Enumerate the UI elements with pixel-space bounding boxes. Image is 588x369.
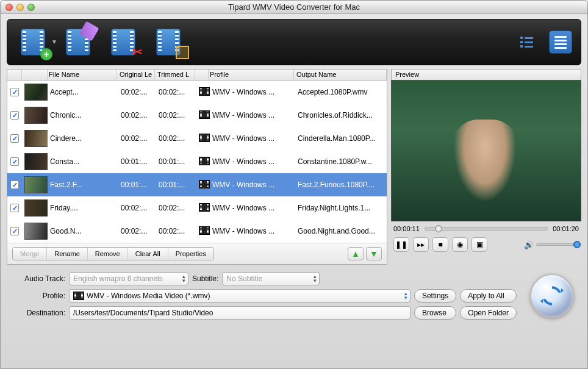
table-header: File Name Original Le Trimmed L Profile …	[7, 70, 387, 81]
table-row[interactable]: ✓Consta...00:01:...00:01:...WMV - Window…	[7, 150, 387, 173]
row-checkbox[interactable]: ✓	[10, 227, 19, 235]
film-icon	[199, 180, 210, 188]
cell-original: 00:02:...	[118, 110, 156, 121]
row-checkbox[interactable]: ✓	[10, 204, 19, 212]
table-row[interactable]: ✓Good.N...00:02:...00:02:...WMV - Window…	[7, 220, 387, 243]
cell-output: Chronicles.of.Riddick...	[295, 110, 387, 121]
browse-button[interactable]: Browse	[414, 306, 456, 320]
cell-original: 00:02:...	[118, 87, 156, 98]
col-profile[interactable]: Profile	[195, 70, 294, 80]
film-icon	[199, 110, 210, 119]
crop-video-button[interactable]	[151, 25, 185, 59]
table-row[interactable]: ✓Accept...00:02:...00:02:...WMV - Window…	[7, 81, 387, 104]
settings-button[interactable]: Settings	[414, 289, 456, 303]
row-checkbox[interactable]: ✓	[10, 111, 19, 120]
list-view-button[interactable]	[515, 30, 538, 54]
table-row[interactable]: ✓Cindere...00:02:...00:02:...WMV - Windo…	[7, 127, 387, 150]
edit-video-button[interactable]	[61, 25, 95, 59]
bottom-form: Audio Track: English wmapro 6 channels▴▾…	[1, 265, 587, 326]
cell-original: 00:02:...	[118, 202, 156, 213]
move-up-button[interactable]: ▲	[348, 247, 364, 260]
cell-trimmed: 00:02:...	[156, 226, 196, 237]
cell-output: Constantine.1080P.w...	[295, 156, 387, 167]
row-checkbox[interactable]: ✓	[10, 134, 19, 143]
merge-button[interactable]: Merge	[13, 248, 47, 260]
cell-filename: Accept...	[48, 87, 118, 98]
profile-label: Profile:	[9, 292, 65, 300]
col-trimmed[interactable]: Trimmed L	[155, 70, 195, 80]
cell-trimmed: 00:01:...	[156, 156, 196, 167]
cell-profile: WMV - Windows ...	[210, 156, 295, 167]
col-output[interactable]: Output Name	[294, 70, 387, 80]
row-checkbox[interactable]: ✓	[10, 88, 19, 96]
thumbnail	[24, 153, 48, 170]
convert-icon	[539, 283, 565, 309]
close-button[interactable]	[5, 4, 13, 11]
cell-trimmed: 00:01:...	[156, 179, 196, 190]
table-row[interactable]: ✓Fast.2.F...00:01:...00:01:...WMV - Wind…	[7, 173, 387, 196]
cell-output: Cinderella.Man.1080P...	[295, 133, 387, 144]
table-row[interactable]: ✓Chronic...00:02:...00:02:...WMV - Windo…	[7, 104, 387, 127]
cell-trimmed: 00:02:...	[156, 110, 196, 121]
apply-to-all-button[interactable]: Apply to All	[460, 289, 517, 303]
cell-original: 00:02:...	[118, 133, 156, 144]
table-body: ✓Accept...00:02:...00:02:...WMV - Window…	[7, 81, 387, 243]
seek-knob[interactable]	[435, 225, 442, 232]
scissors-icon: ✂	[132, 45, 143, 59]
window-title: Tipard WMV Video Converter for Mac	[1, 2, 587, 12]
rename-button[interactable]: Rename	[47, 248, 88, 260]
volume-slider[interactable]	[536, 243, 579, 246]
cell-output: Fast.2.Furious.1080P....	[295, 179, 387, 190]
col-original[interactable]: Original Le	[117, 70, 155, 80]
clear-all-button[interactable]: Clear All	[128, 248, 168, 260]
properties-button[interactable]: Properties	[168, 248, 213, 260]
plus-icon: +	[40, 48, 52, 60]
audio-track-select[interactable]: English wmapro 6 channels▴▾	[69, 272, 188, 285]
cell-profile: WMV - Windows ...	[210, 133, 295, 144]
open-folder-button[interactable]: ▣	[471, 237, 487, 252]
cell-filename: Friday....	[48, 202, 118, 213]
detail-view-button[interactable]	[549, 30, 572, 54]
volume-knob[interactable]	[573, 241, 581, 248]
add-file-button[interactable]: + ▼	[16, 25, 50, 59]
table-row[interactable]: ✓Friday....00:02:...00:02:...WMV - Windo…	[7, 196, 387, 220]
move-down-button[interactable]: ▼	[366, 247, 382, 260]
list-actions: Merge Rename Remove Clear All Properties…	[7, 243, 387, 264]
titlebar: Tipard WMV Video Converter for Mac	[1, 1, 587, 14]
col-filename[interactable]: File Name	[20, 70, 117, 80]
subtitle-select[interactable]: No Subtitle▴▾	[222, 272, 320, 285]
crop-icon	[176, 46, 189, 59]
step-button[interactable]: ▸▸	[413, 237, 429, 252]
pause-button[interactable]: ❚❚	[393, 237, 409, 252]
subtitle-label: Subtitle:	[192, 274, 218, 283]
cell-original: 00:02:...	[118, 226, 156, 237]
cell-filename: Cindere...	[48, 133, 118, 144]
cell-trimmed: 00:02:...	[156, 133, 196, 144]
film-icon	[199, 226, 210, 235]
chevron-down-icon[interactable]: ▼	[51, 38, 57, 45]
remove-button[interactable]: Remove	[88, 248, 128, 260]
seek-slider[interactable]	[425, 227, 548, 231]
film-icon	[111, 29, 135, 56]
film-icon	[199, 157, 210, 165]
destination-input[interactable]: /Users/test/Documents/Tipard Studio/Vide…	[69, 306, 411, 320]
trim-video-button[interactable]: ✂	[106, 25, 140, 59]
thumbnail	[24, 130, 48, 147]
film-icon	[199, 87, 210, 96]
cell-original: 00:01:...	[118, 179, 156, 190]
camera-icon: ◉	[457, 240, 463, 249]
convert-button[interactable]	[530, 274, 574, 318]
cell-output: Accepted.1080P.wmv	[295, 87, 387, 98]
stop-button[interactable]: ■	[432, 237, 448, 252]
open-folder-button[interactable]: Open Folder	[460, 306, 517, 320]
cell-profile: WMV - Windows ...	[210, 110, 295, 121]
profile-select[interactable]: WMV - Windows Media Video (*.wmv)▴▾	[69, 289, 411, 303]
snapshot-button[interactable]: ◉	[452, 237, 468, 252]
row-checkbox[interactable]: ✓	[10, 157, 19, 166]
preview-video[interactable]	[391, 80, 581, 221]
cell-original: 00:01:...	[118, 156, 156, 167]
cell-filename: Good.N...	[48, 226, 118, 237]
zoom-button[interactable]	[27, 4, 35, 11]
row-checkbox[interactable]: ✓	[10, 181, 19, 189]
minimize-button[interactable]	[16, 4, 24, 11]
